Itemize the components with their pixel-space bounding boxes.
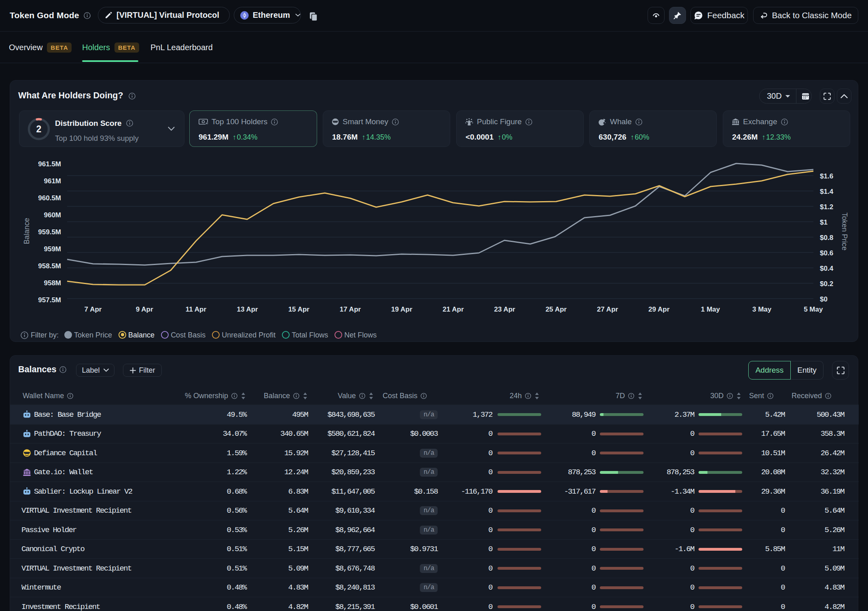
svg-text:Balance: Balance: [23, 218, 31, 244]
svg-text:23 Apr: 23 Apr: [494, 306, 515, 313]
svg-text:961M: 961M: [44, 177, 61, 185]
svg-text:$0.6: $0.6: [820, 249, 833, 257]
svg-text:7 Apr: 7 Apr: [85, 306, 102, 313]
svg-text:3 May: 3 May: [752, 306, 772, 313]
svg-text:11 Apr: 11 Apr: [186, 306, 207, 313]
svg-text:2: 2: [36, 124, 42, 134]
svg-text:$1: $1: [820, 219, 828, 226]
svg-text:17 Apr: 17 Apr: [340, 306, 361, 313]
svg-text:21 Apr: 21 Apr: [442, 306, 464, 313]
svg-text:957.5M: 957.5M: [38, 296, 61, 304]
svg-text:19 Apr: 19 Apr: [391, 306, 413, 313]
svg-text:$0.2: $0.2: [820, 280, 833, 288]
svg-text:29 Apr: 29 Apr: [648, 306, 670, 313]
svg-text:13 Apr: 13 Apr: [237, 306, 258, 313]
svg-text:1 May: 1 May: [701, 306, 720, 313]
svg-text:$0.4: $0.4: [820, 265, 834, 272]
svg-text:$1.6: $1.6: [820, 172, 833, 180]
svg-text:25 Apr: 25 Apr: [546, 306, 567, 313]
svg-text:958.5M: 958.5M: [38, 262, 61, 270]
svg-text:$0.8: $0.8: [820, 234, 833, 242]
svg-text:$1.4: $1.4: [820, 188, 834, 195]
svg-text:5 May: 5 May: [804, 306, 823, 313]
svg-text:27 Apr: 27 Apr: [597, 306, 618, 313]
svg-text:15 Apr: 15 Apr: [288, 306, 310, 313]
svg-text:960M: 960M: [44, 211, 61, 219]
svg-text:960.5M: 960.5M: [38, 194, 61, 202]
svg-text:9 Apr: 9 Apr: [136, 306, 153, 313]
svg-text:959M: 959M: [44, 245, 61, 253]
svg-text:Token Price: Token Price: [840, 212, 849, 250]
svg-text:959.5M: 959.5M: [38, 228, 61, 236]
svg-text:$1.2: $1.2: [820, 203, 833, 211]
svg-text:961.5M: 961.5M: [38, 160, 61, 168]
svg-text:958M: 958M: [44, 279, 61, 287]
svg-text:$0: $0: [820, 295, 828, 303]
